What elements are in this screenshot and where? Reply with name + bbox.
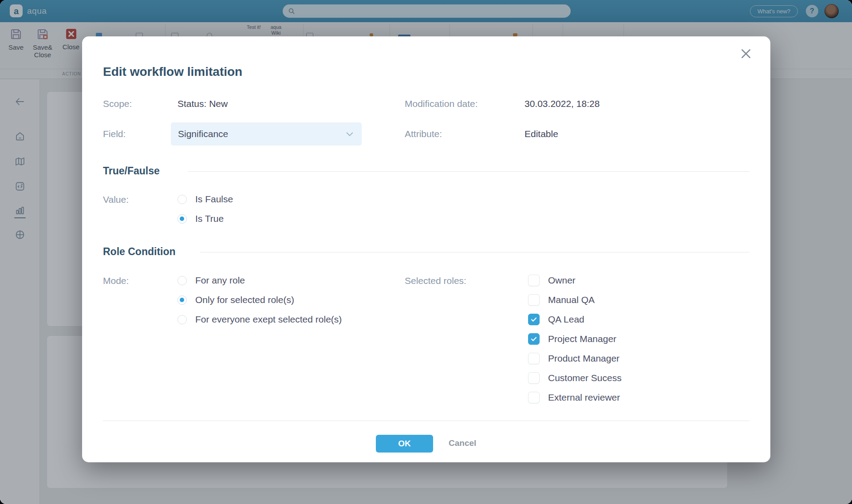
checkbox-label: QA Lead [548, 314, 584, 325]
checkbox-label: Owner [548, 275, 576, 286]
radio-label: For any role [195, 275, 245, 286]
app-window: a aqua What's new? ? Save [0, 0, 852, 504]
chevron-down-icon [345, 129, 355, 139]
checkbox-icon[interactable] [528, 372, 540, 384]
radio-option-for-any-role[interactable]: For any role [178, 271, 342, 290]
true-false-radio-group: Is Faulse Is True [178, 189, 233, 228]
radio-label: Is Faulse [195, 194, 233, 205]
value-label: Value: [103, 194, 129, 205]
cancel-button[interactable]: Cancel [449, 438, 476, 448]
checkbox-role-external-reviewer[interactable]: External reviewer [528, 388, 622, 407]
checkbox-role-product-manager[interactable]: Product Manager [528, 349, 622, 368]
checkbox-icon[interactable] [528, 314, 540, 325]
radio-icon[interactable] [178, 195, 187, 204]
field-dropdown[interactable]: Significance [171, 122, 362, 146]
checkbox-label: External reviewer [548, 392, 620, 403]
checkbox-label: Customer Sucess [548, 373, 622, 383]
section-divider [200, 252, 749, 252]
checkbox-icon[interactable] [528, 353, 540, 364]
checkbox-label: Project Manager [548, 334, 616, 344]
dialog-close-icon[interactable] [739, 47, 753, 60]
checkbox-icon[interactable] [528, 333, 540, 345]
radio-option-is-true[interactable]: Is True [178, 209, 233, 228]
attribute-value: Editable [525, 129, 558, 139]
modification-date-value: 30.03.2022, 18:28 [525, 98, 600, 109]
roles-checkbox-group: Owner Manual QA QA Lead Project Manager … [528, 271, 622, 407]
radio-icon[interactable] [178, 276, 187, 285]
ok-button[interactable]: OK [376, 435, 433, 453]
radio-label: Only for selected role(s) [195, 295, 294, 305]
checkbox-role-manual-qa[interactable]: Manual QA [528, 290, 622, 310]
field-label: Field: [103, 129, 126, 139]
role-condition-section-heading: Role Condition [103, 246, 176, 258]
scope-label: Scope: [103, 98, 132, 109]
field-dropdown-value: Significance [178, 129, 345, 139]
section-divider [188, 171, 749, 172]
scope-value: Status: New [178, 98, 228, 109]
dialog-title: Edit workflow limitation [103, 65, 242, 79]
radio-icon[interactable] [178, 295, 187, 305]
modification-date-label: Modification date: [405, 98, 478, 109]
radio-label: For everyone exept selected role(s) [195, 314, 342, 325]
radio-icon[interactable] [178, 214, 187, 224]
selected-roles-label: Selected roles: [405, 276, 466, 286]
footer-divider [103, 421, 749, 421]
checkbox-label: Product Manager [548, 353, 619, 364]
true-false-section-heading: True/Faulse [103, 165, 160, 177]
edit-workflow-limitation-dialog: Edit workflow limitation Scope: Status: … [82, 36, 770, 462]
radio-option-only-selected-roles[interactable]: Only for selected role(s) [178, 290, 342, 310]
checkbox-icon[interactable] [528, 275, 540, 286]
mode-label: Mode: [103, 276, 129, 286]
checkbox-role-project-manager[interactable]: Project Manager [528, 329, 622, 349]
checkbox-icon[interactable] [528, 294, 540, 306]
radio-option-is-faulse[interactable]: Is Faulse [178, 189, 233, 209]
mode-radio-group: For any role Only for selected role(s) F… [178, 271, 342, 329]
checkbox-label: Manual QA [548, 295, 595, 305]
checkbox-role-owner[interactable]: Owner [528, 271, 622, 290]
checkbox-role-qa-lead[interactable]: QA Lead [528, 310, 622, 329]
checkbox-icon[interactable] [528, 392, 540, 403]
checkbox-role-customer-sucess[interactable]: Customer Sucess [528, 368, 622, 388]
radio-icon[interactable] [178, 315, 187, 324]
attribute-label: Attribute: [405, 129, 442, 139]
radio-option-everyone-except-selected[interactable]: For everyone exept selected role(s) [178, 310, 342, 329]
radio-label: Is True [195, 213, 224, 224]
